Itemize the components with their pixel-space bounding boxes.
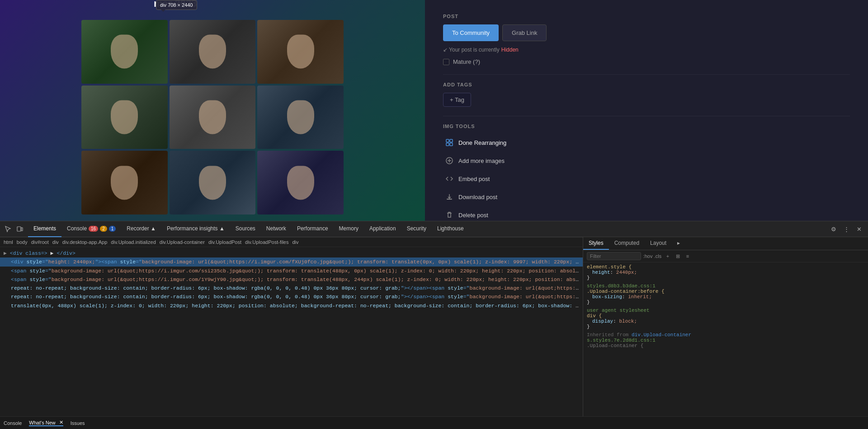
- filter-icon-2[interactable]: ≡: [684, 252, 692, 260]
- devtools-panel: Elements Console 16 2 1 Recorder ▲ Perfo…: [0, 221, 868, 429]
- breadcrumb-body[interactable]: body: [17, 239, 28, 245]
- css-source-before: styles.d8b3.b3dae.css:1: [587, 283, 864, 289]
- breadcrumb-upload-container[interactable]: div.Upload-container: [160, 239, 205, 245]
- css-rule-inherited: Inherited from div.Upload-container s.st…: [587, 332, 864, 348]
- css-prop-height: height: 2440px;: [587, 270, 864, 275]
- delete-post-label: Delete post: [458, 212, 488, 219]
- styles-tab-layout[interactable]: Layout: [645, 237, 672, 250]
- tab-performance-insights[interactable]: Performance insights ▲: [161, 221, 230, 237]
- breadcrumb-html[interactable]: html: [4, 239, 13, 245]
- tab-console[interactable]: Console 16 2 1: [61, 221, 121, 237]
- html-content[interactable]: ▶ <div class=> ▶ </div> <div style="heig…: [0, 247, 583, 416]
- styles-tab-computed[interactable]: Computed: [609, 237, 645, 250]
- tab-elements[interactable]: Elements: [28, 221, 61, 237]
- settings-icon[interactable]: ⚙: [828, 224, 839, 234]
- breadcrumb-upload-post[interactable]: div.UploadPost: [208, 239, 241, 245]
- done-rearranging-label: Done Rearranging: [458, 139, 506, 146]
- image-cell-4[interactable]: [81, 86, 168, 149]
- download-icon: [445, 192, 454, 201]
- add-tags-section: ADD TAGS + Tag: [443, 82, 850, 107]
- breadcrumb-div-root[interactable]: div#root: [31, 239, 49, 245]
- img-tools-section: IMG TOOLS Done Rearranging: [443, 124, 850, 221]
- image-cell-6[interactable]: [257, 86, 344, 149]
- image-cell-5[interactable]: [170, 86, 256, 149]
- html-line-selected[interactable]: <div style="height: 2440px;"><span style…: [0, 257, 583, 266]
- css-inherited-label: Inherited from div.Upload-container: [587, 332, 864, 338]
- tab-security[interactable]: Security: [401, 221, 432, 237]
- tab-application[interactable]: Application: [364, 221, 401, 237]
- close-whats-new-icon[interactable]: ✕: [59, 419, 63, 425]
- html-line-4: repeat: no-repeat; background-size: cont…: [0, 284, 583, 292]
- face-shape-9: [287, 166, 314, 200]
- close-devtools-icon[interactable]: ✕: [854, 224, 864, 234]
- breadcrumb-upload-initialized[interactable]: div.Upload.initialized: [111, 239, 156, 245]
- device-emulation-icon[interactable]: [15, 224, 24, 234]
- breadcrumb-desktop-app[interactable]: div.desktop-app.App: [62, 239, 107, 245]
- img-tools-label: IMG TOOLS: [443, 124, 850, 129]
- tab-performance[interactable]: Performance: [292, 221, 334, 237]
- download-post-item[interactable]: Download post: [443, 189, 850, 205]
- css-selector-div: div {: [587, 313, 864, 319]
- delete-icon: [445, 210, 454, 219]
- svg-rect-3: [450, 143, 453, 146]
- css-prop-display: display: block;: [587, 319, 864, 324]
- bottom-tab-console[interactable]: Console: [4, 420, 22, 426]
- css-rule-close-1: }: [587, 275, 864, 281]
- breadcrumb-upload-post-files[interactable]: div.UploadPost-files: [245, 239, 288, 245]
- bottom-tab-whats-new[interactable]: What's New ✕: [29, 419, 63, 426]
- breadcrumb-div-last[interactable]: div: [292, 239, 298, 245]
- devtools-control-icons: ⚙ ⋮ ✕: [828, 224, 864, 234]
- grab-link-button[interactable]: Grab Link: [502, 24, 547, 41]
- css-selector-upload: .Upload-container {: [587, 343, 864, 348]
- face-shape-8: [199, 166, 226, 200]
- breadcrumb-div[interactable]: div: [52, 239, 59, 245]
- add-more-images-label: Add more images: [458, 157, 505, 164]
- devtools-tabs-bar: Elements Console 16 2 1 Recorder ▲ Perfo…: [0, 221, 868, 237]
- to-community-button[interactable]: To Community: [443, 24, 499, 41]
- image-cell-3[interactable]: [257, 20, 344, 84]
- styles-filter: :hov .cls + ⊞ ≡: [583, 250, 868, 262]
- hidden-link[interactable]: Hidden: [501, 47, 519, 53]
- face-shape-7: [111, 166, 138, 200]
- svg-rect-7: [447, 199, 452, 200]
- css-selector-1: element.style {: [587, 264, 864, 270]
- styles-content[interactable]: element.style { height: 2440px; } styles…: [583, 262, 868, 416]
- inspect-icon[interactable]: [4, 224, 13, 234]
- hidden-status: ↙ Your post is currently Hidden: [443, 47, 850, 53]
- image-grid-inner: [81, 20, 344, 214]
- embed-post-item[interactable]: Embed post: [443, 171, 850, 187]
- tab-icons-group: [4, 224, 24, 234]
- filter-hover-icon[interactable]: :hov: [644, 252, 652, 260]
- tab-network[interactable]: Network: [261, 221, 292, 237]
- styles-tab-styles[interactable]: Styles: [583, 237, 609, 250]
- css-rule-div: user agent stylesheet div { display: blo…: [587, 308, 864, 329]
- tab-recorder[interactable]: Recorder ▲: [121, 221, 161, 237]
- image-cell-2[interactable]: [170, 20, 256, 84]
- mature-checkbox[interactable]: [443, 59, 449, 65]
- tab-memory[interactable]: Memory: [334, 221, 364, 237]
- image-cell-9[interactable]: [257, 151, 344, 214]
- image-cell-1[interactable]: [81, 20, 168, 84]
- done-rearranging-item[interactable]: Done Rearranging: [443, 134, 850, 151]
- image-cell-8[interactable]: [170, 151, 256, 214]
- add-more-images-item[interactable]: Add more images: [443, 153, 850, 169]
- html-line-5: repeat: no-repeat; background-size: cont…: [0, 292, 583, 301]
- hidden-text: ↙ Your post is currently: [443, 47, 500, 53]
- delete-post-item[interactable]: Delete post: [443, 207, 850, 221]
- element-tooltip: div 708 × 2440: [156, 0, 197, 10]
- main-area: div 708 × 2440 mar 2023: [0, 0, 868, 221]
- image-cell-7[interactable]: [81, 151, 168, 214]
- tab-lighthouse[interactable]: Lighthouse: [432, 221, 469, 237]
- filter-input[interactable]: [587, 252, 641, 260]
- bottom-tab-issues[interactable]: Issues: [71, 420, 85, 426]
- more-options-icon[interactable]: ⋮: [841, 224, 852, 234]
- filter-cls-icon[interactable]: .cls: [654, 252, 662, 260]
- add-tag-button[interactable]: + Tag: [443, 93, 471, 107]
- mature-row: Mature (?): [443, 58, 850, 65]
- styles-tab-more[interactable]: ▸: [672, 237, 685, 250]
- inherited-link[interactable]: div.Upload-container: [632, 332, 691, 338]
- filter-add-icon[interactable]: +: [664, 252, 672, 260]
- styles-panel: Styles Computed Layout ▸ :hov .cls + ⊞ ≡…: [583, 237, 868, 416]
- filter-icon-1[interactable]: ⊞: [674, 252, 682, 260]
- tab-sources[interactable]: Sources: [230, 221, 261, 237]
